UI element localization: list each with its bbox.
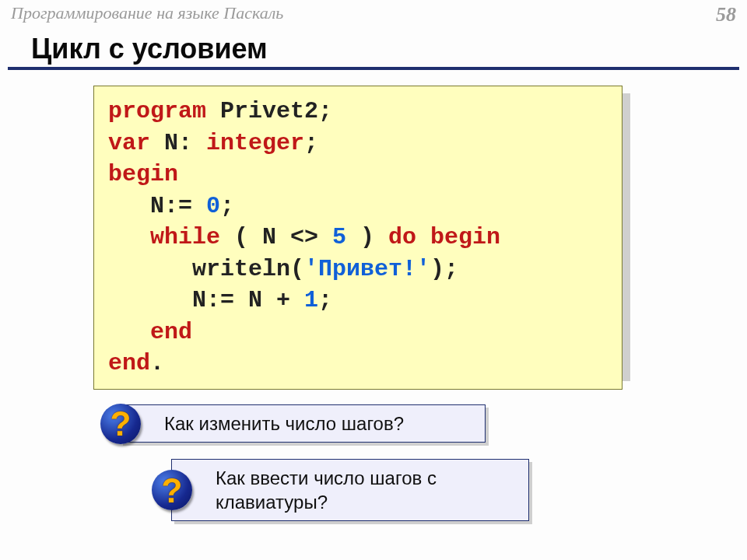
code-token: end [108, 319, 192, 345]
code-token: 0 [206, 193, 220, 219]
page-number: 58 [716, 3, 736, 26]
question-callout: ? Как изменить число шагов? [120, 404, 486, 443]
code-token: ) [346, 224, 388, 250]
code-token: ); [430, 256, 458, 282]
slide-header: Программирование на языке Паскаль 58 [0, 0, 747, 26]
code-token: 'Привет!' [304, 256, 430, 282]
question-text: Как ввести число шагов с клавиатуры? [216, 467, 437, 513]
code-token: 5 [332, 224, 346, 250]
question-callout: ? Как ввести число шагов с клавиатуры? [171, 459, 529, 521]
subject-text: Программирование на языке Паскаль [11, 3, 283, 23]
code-token: ( N <> [220, 224, 332, 250]
code-token: integer [206, 130, 304, 156]
slide-title: Цикл с условием [31, 33, 739, 65]
code-token: N: [150, 130, 206, 156]
code-token: var [108, 130, 150, 156]
code-token: program [108, 98, 206, 124]
code-token: Privet2; [206, 98, 332, 124]
question-box: ? Как изменить число шагов? [120, 404, 486, 443]
code-token: begin [108, 161, 178, 187]
question-mark-icon: ? [152, 470, 192, 510]
code-content: program Privet2; var N: integer; begin N… [93, 86, 622, 390]
code-token: ; [318, 287, 332, 313]
code-block: program Privet2; var N: integer; begin N… [93, 86, 622, 390]
code-token: writeln( [108, 256, 304, 282]
code-token: N:= N + [108, 287, 304, 313]
code-token: 1 [304, 287, 318, 313]
code-token: ; [304, 130, 318, 156]
code-token: end [108, 350, 150, 376]
code-token: . [150, 350, 164, 376]
question-box: ? Как ввести число шагов с клавиатуры? [171, 459, 529, 521]
code-token: do begin [388, 224, 500, 250]
question-mark-icon: ? [100, 404, 141, 444]
code-token: ; [220, 193, 234, 219]
code-token: N:= [108, 193, 206, 219]
question-text: Как изменить число шагов? [164, 413, 404, 434]
code-token: while [108, 224, 220, 250]
title-underline [0, 65, 747, 70]
